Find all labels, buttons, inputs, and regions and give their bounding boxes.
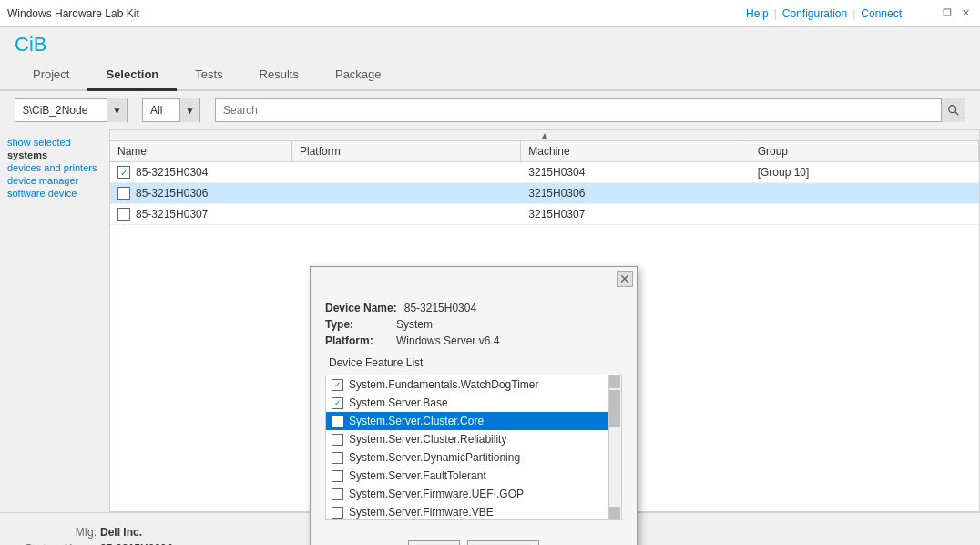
filter-dropdown[interactable]: All ▼: [142, 98, 200, 122]
system-name-value: 85-3215H0304: [100, 542, 172, 546]
row-name-1: 85-3215H0306: [136, 187, 208, 200]
close-button[interactable]: ✕: [958, 7, 973, 20]
row-name-0: 85-3215H0304: [136, 166, 208, 179]
feature-item[interactable]: ✓ System.Server.Base: [326, 394, 621, 412]
svg-point-0: [948, 106, 955, 113]
row-platform-2: [292, 211, 521, 218]
table-row[interactable]: 85-3215H0307 3215H0307: [110, 204, 979, 225]
feature-item[interactable]: System.Server.Cluster.Reliability: [326, 430, 621, 448]
cancel-button[interactable]: Cancel: [467, 540, 539, 545]
platform-label: Platform:: [325, 334, 389, 347]
configuration-link[interactable]: Configuration: [782, 7, 847, 20]
device-name-value: 85-3215H0304: [404, 302, 476, 314]
minimize-button[interactable]: —: [922, 7, 936, 20]
feature-list[interactable]: ✓ System.Fundamentals.WatchDogTimer ✓ Sy…: [325, 375, 622, 520]
sort-arrow[interactable]: ▲: [110, 130, 979, 141]
platform-value: Windows Server v6.4: [396, 334, 499, 347]
node-dropdown-arrow[interactable]: ▼: [107, 98, 127, 122]
col-name: Name: [110, 141, 292, 161]
row-machine-1: 3215H0306: [521, 183, 750, 203]
sidebar-item-software-device[interactable]: software device: [7, 188, 102, 199]
sidebar-item-devices-printers[interactable]: devices and printers: [7, 162, 102, 173]
search-icon: [947, 104, 960, 117]
feature-checkbox-3[interactable]: [332, 434, 343, 446]
feature-label-6: System.Server.Firmware.UEFI.GOP: [349, 488, 524, 500]
feature-label-1: System.Server.Base: [349, 396, 448, 409]
col-machine: Machine: [521, 141, 750, 161]
search-button[interactable]: [941, 98, 965, 122]
feature-label-5: System.Server.FaultTolerant: [349, 469, 486, 482]
app-logo: CiB: [15, 33, 46, 56]
feature-item[interactable]: ✓ System.Fundamentals.WatchDogTimer: [326, 375, 621, 394]
feature-checkbox-4[interactable]: [332, 452, 343, 464]
filter-dropdown-arrow[interactable]: ▼: [179, 98, 199, 122]
feature-list-title: Device Feature List: [325, 356, 622, 369]
row-group-2: [750, 211, 979, 218]
sidebar-item-systems[interactable]: systems: [7, 149, 102, 160]
mfg-label: Mfg:: [15, 526, 97, 539]
type-label: Type:: [325, 318, 389, 331]
sidebar-item-show-selected[interactable]: show selected: [7, 137, 102, 148]
svg-line-1: [954, 112, 958, 116]
feature-checkbox-7[interactable]: [332, 507, 343, 519]
feature-checkbox-1[interactable]: ✓: [332, 397, 343, 409]
feature-item[interactable]: System.Server.DynamicPartitioning: [326, 448, 621, 467]
connect-link[interactable]: Connect: [861, 7, 902, 20]
row-machine-0: 3215H0304: [521, 162, 750, 182]
feature-label-4: System.Server.DynamicPartitioning: [349, 451, 520, 464]
table-row[interactable]: 85-3215H0306 3215H0306: [110, 183, 979, 204]
table-row[interactable]: 85-3215H0304 3215H0304 [Group 10]: [110, 162, 979, 183]
type-value: System: [396, 318, 433, 331]
sep2: |: [852, 7, 855, 20]
device-name-label: Device Name:: [325, 302, 397, 314]
row-platform-0: [292, 169, 521, 176]
feature-item[interactable]: System.Server.Firmware.VBE: [326, 503, 621, 520]
restore-button[interactable]: ❐: [940, 7, 954, 20]
row-platform-1: [292, 190, 521, 197]
row-group-1: [750, 190, 979, 197]
feature-item[interactable]: System.Server.FaultTolerant: [326, 467, 621, 485]
col-platform: Platform: [292, 141, 521, 161]
sidebar-item-device-manager[interactable]: device manager: [7, 175, 102, 186]
tab-package[interactable]: Package: [317, 60, 400, 91]
row-machine-2: 3215H0307: [521, 204, 750, 224]
ok-button[interactable]: Ok: [408, 540, 460, 545]
search-input[interactable]: [216, 99, 941, 121]
search-container: [215, 98, 965, 122]
tab-tests[interactable]: Tests: [177, 60, 240, 91]
row-checkbox-0[interactable]: [117, 166, 130, 179]
feature-label-3: System.Server.Cluster.Reliability: [349, 433, 506, 446]
feature-label-7: System.Server.Firmware.VBE: [349, 506, 494, 519]
tab-selection[interactable]: Selection: [87, 60, 177, 91]
system-name-label: System Name:: [15, 542, 97, 546]
feature-item[interactable]: System.Server.Firmware.UEFI.GOP: [326, 485, 621, 503]
mfg-value: Dell Inc.: [100, 526, 142, 539]
modal-close-button[interactable]: ✕: [617, 271, 633, 287]
sep1: |: [774, 7, 777, 20]
row-checkbox-1[interactable]: [117, 187, 130, 200]
feature-checkbox-2[interactable]: ✓: [332, 416, 343, 427]
feature-checkbox-5[interactable]: [332, 470, 343, 482]
row-checkbox-2[interactable]: [117, 208, 130, 221]
table-header: Name Platform Machine Group: [110, 141, 979, 162]
feature-checkbox-6[interactable]: [332, 488, 343, 500]
app-title: Windows Hardware Lab Kit: [7, 7, 139, 20]
row-group-0: [Group 10]: [750, 162, 979, 182]
feature-label-2: System.Server.Cluster.Core: [349, 415, 484, 427]
feature-label-0: System.Fundamentals.WatchDogTimer: [349, 378, 539, 391]
feature-checkbox-0[interactable]: ✓: [332, 379, 343, 391]
tab-project[interactable]: Project: [15, 60, 87, 91]
col-group: Group: [750, 141, 979, 161]
feature-item[interactable]: ✓ System.Server.Cluster.Core: [326, 412, 621, 430]
help-link[interactable]: Help: [746, 7, 769, 20]
node-dropdown[interactable]: $\CiB_2Node ▼: [15, 98, 128, 122]
row-name-2: 85-3215H0307: [136, 208, 208, 221]
tab-results[interactable]: Results: [241, 60, 317, 91]
sidebar: show selected systems devices and printe…: [0, 129, 109, 512]
device-feature-modal: ✕ Device Name: 85-3215H0304 Type: System…: [310, 266, 638, 545]
